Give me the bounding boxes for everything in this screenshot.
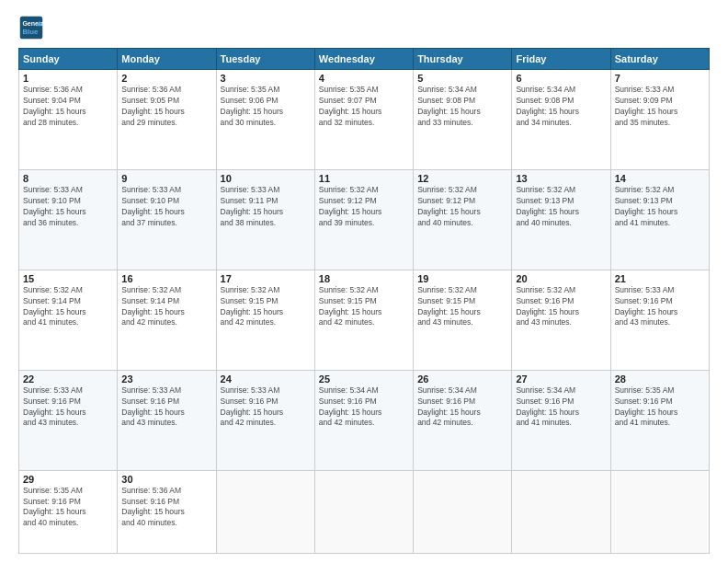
calendar-week-5: 29Sunrise: 5:35 AM Sunset: 9:16 PM Dayli…	[19, 470, 710, 553]
calendar-cell	[414, 470, 512, 553]
day-number: 12	[417, 173, 507, 184]
day-number: 23	[121, 373, 211, 385]
day-number: 27	[516, 373, 606, 385]
day-number: 3	[221, 73, 311, 84]
calendar-cell: 29Sunrise: 5:35 AM Sunset: 9:16 PM Dayli…	[19, 470, 118, 553]
day-info: Sunrise: 5:32 AM Sunset: 9:13 PM Dayligh…	[615, 185, 705, 229]
calendar-cell	[216, 470, 314, 553]
calendar-table: SundayMondayTuesdayWednesdayThursdayFrid…	[18, 48, 710, 554]
day-info: Sunrise: 5:35 AM Sunset: 9:07 PM Dayligh…	[319, 85, 409, 129]
calendar-cell: 25Sunrise: 5:34 AM Sunset: 9:16 PM Dayli…	[314, 370, 413, 470]
day-number: 13	[516, 173, 606, 184]
day-number: 28	[615, 373, 705, 385]
day-info: Sunrise: 5:33 AM Sunset: 9:10 PM Dayligh…	[23, 185, 113, 229]
day-info: Sunrise: 5:35 AM Sunset: 9:16 PM Dayligh…	[23, 486, 113, 530]
day-number: 24	[221, 373, 311, 385]
page: General Blue SundayMondayTuesdayWednesda…	[0, 0, 728, 563]
day-info: Sunrise: 5:32 AM Sunset: 9:15 PM Dayligh…	[221, 285, 311, 329]
day-info: Sunrise: 5:32 AM Sunset: 9:16 PM Dayligh…	[516, 285, 606, 329]
day-info: Sunrise: 5:35 AM Sunset: 9:06 PM Dayligh…	[221, 85, 311, 129]
calendar-cell: 15Sunrise: 5:32 AM Sunset: 9:14 PM Dayli…	[19, 270, 118, 370]
day-number: 1	[23, 73, 113, 84]
day-number: 5	[417, 73, 507, 84]
calendar-cell: 14Sunrise: 5:32 AM Sunset: 9:13 PM Dayli…	[610, 169, 709, 270]
logo-icon: General Blue	[18, 15, 44, 40]
day-number: 29	[23, 474, 113, 485]
day-info: Sunrise: 5:36 AM Sunset: 9:04 PM Dayligh…	[23, 85, 113, 129]
day-info: Sunrise: 5:33 AM Sunset: 9:16 PM Dayligh…	[121, 385, 211, 430]
day-info: Sunrise: 5:32 AM Sunset: 9:15 PM Dayligh…	[319, 285, 409, 329]
day-number: 18	[319, 273, 409, 284]
calendar-week-2: 8Sunrise: 5:33 AM Sunset: 9:10 PM Daylig…	[19, 169, 710, 270]
day-number: 21	[615, 273, 705, 284]
day-info: Sunrise: 5:32 AM Sunset: 9:14 PM Dayligh…	[121, 285, 211, 329]
day-info: Sunrise: 5:33 AM Sunset: 9:09 PM Dayligh…	[615, 85, 705, 129]
day-number: 25	[319, 373, 409, 385]
day-info: Sunrise: 5:33 AM Sunset: 9:16 PM Dayligh…	[615, 285, 705, 329]
day-number: 22	[23, 373, 113, 385]
col-header-tuesday: Tuesday	[216, 49, 314, 70]
calendar-cell: 7Sunrise: 5:33 AM Sunset: 9:09 PM Daylig…	[610, 70, 709, 170]
day-number: 2	[121, 73, 211, 84]
col-header-wednesday: Wednesday	[314, 49, 413, 70]
calendar-cell: 19Sunrise: 5:32 AM Sunset: 9:15 PM Dayli…	[414, 270, 512, 370]
svg-text:Blue: Blue	[22, 28, 39, 36]
calendar-cell: 23Sunrise: 5:33 AM Sunset: 9:16 PM Dayli…	[118, 370, 216, 470]
col-header-sunday: Sunday	[19, 49, 118, 70]
logo: General Blue	[18, 15, 48, 40]
day-info: Sunrise: 5:33 AM Sunset: 9:10 PM Dayligh…	[121, 185, 211, 229]
day-number: 14	[615, 173, 705, 184]
calendar-week-3: 15Sunrise: 5:32 AM Sunset: 9:14 PM Dayli…	[19, 270, 710, 370]
calendar-cell: 12Sunrise: 5:32 AM Sunset: 9:12 PM Dayli…	[414, 169, 512, 270]
calendar-cell: 11Sunrise: 5:32 AM Sunset: 9:12 PM Dayli…	[314, 169, 413, 270]
calendar-cell: 28Sunrise: 5:35 AM Sunset: 9:16 PM Dayli…	[610, 370, 709, 470]
day-info: Sunrise: 5:36 AM Sunset: 9:16 PM Dayligh…	[121, 486, 211, 530]
day-number: 16	[121, 273, 211, 284]
col-header-friday: Friday	[512, 49, 610, 70]
calendar-cell: 24Sunrise: 5:33 AM Sunset: 9:16 PM Dayli…	[216, 370, 314, 470]
day-info: Sunrise: 5:32 AM Sunset: 9:12 PM Dayligh…	[417, 185, 507, 229]
calendar-cell: 13Sunrise: 5:32 AM Sunset: 9:13 PM Dayli…	[512, 169, 610, 270]
day-info: Sunrise: 5:34 AM Sunset: 9:08 PM Dayligh…	[417, 85, 507, 129]
day-number: 7	[615, 73, 705, 84]
day-number: 6	[516, 73, 606, 84]
day-info: Sunrise: 5:34 AM Sunset: 9:16 PM Dayligh…	[516, 385, 606, 430]
col-header-monday: Monday	[118, 49, 216, 70]
day-number: 10	[221, 173, 311, 184]
day-info: Sunrise: 5:34 AM Sunset: 9:08 PM Dayligh…	[516, 85, 606, 129]
day-number: 19	[417, 273, 507, 284]
day-info: Sunrise: 5:34 AM Sunset: 9:16 PM Dayligh…	[319, 385, 409, 430]
col-header-thursday: Thursday	[414, 49, 512, 70]
calendar-week-4: 22Sunrise: 5:33 AM Sunset: 9:16 PM Dayli…	[19, 370, 710, 470]
calendar-cell: 27Sunrise: 5:34 AM Sunset: 9:16 PM Dayli…	[512, 370, 610, 470]
day-info: Sunrise: 5:34 AM Sunset: 9:16 PM Dayligh…	[417, 385, 507, 430]
day-info: Sunrise: 5:33 AM Sunset: 9:11 PM Dayligh…	[221, 185, 311, 229]
calendar-cell: 1Sunrise: 5:36 AM Sunset: 9:04 PM Daylig…	[19, 70, 118, 170]
calendar-cell: 3Sunrise: 5:35 AM Sunset: 9:06 PM Daylig…	[216, 70, 314, 170]
calendar-cell: 6Sunrise: 5:34 AM Sunset: 9:08 PM Daylig…	[512, 70, 610, 170]
calendar-cell: 20Sunrise: 5:32 AM Sunset: 9:16 PM Dayli…	[512, 270, 610, 370]
calendar-cell: 30Sunrise: 5:36 AM Sunset: 9:16 PM Dayli…	[118, 470, 216, 553]
day-number: 26	[417, 373, 507, 385]
day-info: Sunrise: 5:33 AM Sunset: 9:16 PM Dayligh…	[23, 385, 113, 430]
day-info: Sunrise: 5:32 AM Sunset: 9:12 PM Dayligh…	[319, 185, 409, 229]
day-number: 9	[121, 173, 211, 184]
day-info: Sunrise: 5:33 AM Sunset: 9:16 PM Dayligh…	[221, 385, 311, 430]
calendar-cell: 16Sunrise: 5:32 AM Sunset: 9:14 PM Dayli…	[118, 270, 216, 370]
calendar-cell	[314, 470, 413, 553]
calendar-cell: 5Sunrise: 5:34 AM Sunset: 9:08 PM Daylig…	[414, 70, 512, 170]
calendar-cell: 2Sunrise: 5:36 AM Sunset: 9:05 PM Daylig…	[118, 70, 216, 170]
calendar-cell: 10Sunrise: 5:33 AM Sunset: 9:11 PM Dayli…	[216, 169, 314, 270]
day-number: 17	[221, 273, 311, 284]
calendar-cell: 21Sunrise: 5:33 AM Sunset: 9:16 PM Dayli…	[610, 270, 709, 370]
header: General Blue	[18, 15, 710, 40]
calendar-cell: 8Sunrise: 5:33 AM Sunset: 9:10 PM Daylig…	[19, 169, 118, 270]
calendar-header-row: SundayMondayTuesdayWednesdayThursdayFrid…	[19, 49, 710, 70]
day-number: 15	[23, 273, 113, 284]
calendar-cell: 17Sunrise: 5:32 AM Sunset: 9:15 PM Dayli…	[216, 270, 314, 370]
day-info: Sunrise: 5:32 AM Sunset: 9:14 PM Dayligh…	[23, 285, 113, 329]
day-number: 30	[121, 474, 211, 485]
calendar-cell: 9Sunrise: 5:33 AM Sunset: 9:10 PM Daylig…	[118, 169, 216, 270]
calendar-cell: 26Sunrise: 5:34 AM Sunset: 9:16 PM Dayli…	[414, 370, 512, 470]
day-info: Sunrise: 5:35 AM Sunset: 9:16 PM Dayligh…	[615, 385, 705, 430]
